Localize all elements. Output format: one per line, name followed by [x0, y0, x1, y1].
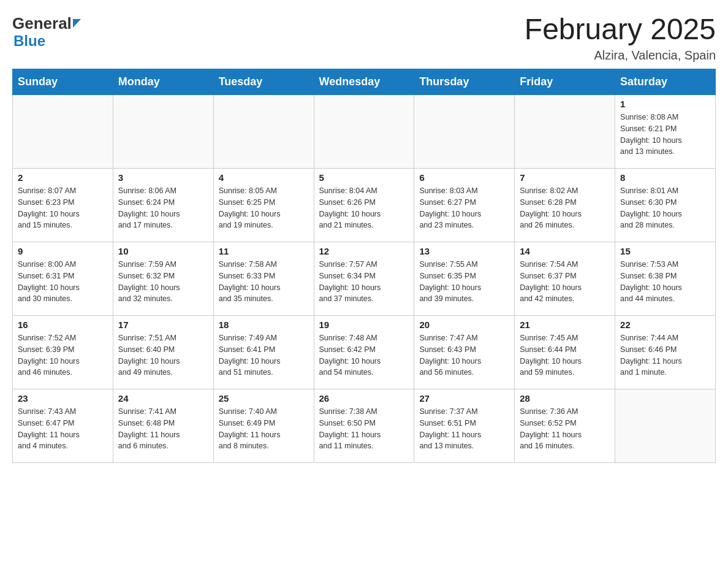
day-number: 22	[620, 320, 710, 330]
day-number: 13	[419, 246, 509, 256]
day-number: 2	[18, 172, 108, 183]
logo-triangle-icon	[73, 19, 81, 28]
column-header-monday: Monday	[113, 69, 213, 95]
day-number: 17	[118, 320, 208, 330]
calendar-cell: 15Sunrise: 7:53 AM Sunset: 6:38 PM Dayli…	[615, 242, 716, 316]
day-info: Sunrise: 7:51 AM Sunset: 6:40 PM Dayligh…	[118, 332, 208, 378]
day-info: Sunrise: 7:37 AM Sunset: 6:51 PM Dayligh…	[419, 406, 509, 452]
calendar-cell: 10Sunrise: 7:59 AM Sunset: 6:32 PM Dayli…	[113, 242, 213, 316]
day-number: 8	[620, 172, 710, 183]
logo-blue-text: Blue	[13, 33, 81, 50]
location-label: Alzira, Valencia, Spain	[525, 48, 716, 63]
day-info: Sunrise: 8:08 AM Sunset: 6:21 PM Dayligh…	[620, 112, 710, 158]
day-number: 16	[18, 320, 108, 330]
day-info: Sunrise: 7:52 AM Sunset: 6:39 PM Dayligh…	[18, 332, 108, 378]
day-info: Sunrise: 7:43 AM Sunset: 6:47 PM Dayligh…	[18, 406, 108, 452]
day-number: 11	[219, 246, 309, 256]
calendar-cell	[414, 95, 515, 169]
day-info: Sunrise: 7:44 AM Sunset: 6:46 PM Dayligh…	[620, 332, 710, 378]
calendar-cell: 28Sunrise: 7:36 AM Sunset: 6:52 PM Dayli…	[515, 389, 615, 463]
calendar-cell: 13Sunrise: 7:55 AM Sunset: 6:35 PM Dayli…	[414, 242, 515, 316]
calendar-cell: 21Sunrise: 7:45 AM Sunset: 6:44 PM Dayli…	[515, 316, 615, 389]
calendar-cell: 24Sunrise: 7:41 AM Sunset: 6:48 PM Dayli…	[113, 389, 213, 463]
calendar-cell: 14Sunrise: 7:54 AM Sunset: 6:37 PM Dayli…	[515, 242, 615, 316]
day-info: Sunrise: 7:48 AM Sunset: 6:42 PM Dayligh…	[319, 332, 409, 378]
day-number: 19	[319, 320, 409, 330]
day-number: 7	[520, 172, 610, 183]
calendar-cell: 19Sunrise: 7:48 AM Sunset: 6:42 PM Dayli…	[314, 316, 414, 389]
day-info: Sunrise: 8:01 AM Sunset: 6:30 PM Dayligh…	[620, 185, 710, 231]
day-number: 10	[118, 246, 208, 256]
calendar-cell: 20Sunrise: 7:47 AM Sunset: 6:43 PM Dayli…	[414, 316, 515, 389]
day-number: 24	[118, 393, 208, 404]
day-info: Sunrise: 8:06 AM Sunset: 6:24 PM Dayligh…	[118, 185, 208, 231]
logo-general-text: General	[12, 15, 72, 33]
calendar-cell	[213, 95, 314, 169]
calendar-cell	[314, 95, 414, 169]
day-info: Sunrise: 8:07 AM Sunset: 6:23 PM Dayligh…	[18, 185, 108, 231]
week-row-2: 2Sunrise: 8:07 AM Sunset: 6:23 PM Daylig…	[13, 169, 716, 242]
calendar-cell	[13, 95, 113, 169]
month-title: February 2025	[525, 12, 716, 46]
day-number: 14	[520, 246, 610, 256]
calendar-cell: 27Sunrise: 7:37 AM Sunset: 6:51 PM Dayli…	[414, 389, 515, 463]
day-number: 9	[18, 246, 108, 256]
day-info: Sunrise: 7:36 AM Sunset: 6:52 PM Dayligh…	[520, 406, 610, 452]
week-row-3: 9Sunrise: 8:00 AM Sunset: 6:31 PM Daylig…	[13, 242, 716, 316]
day-number: 28	[520, 393, 610, 404]
day-number: 18	[219, 320, 309, 330]
calendar-cell	[515, 95, 615, 169]
day-number: 20	[419, 320, 509, 330]
day-info: Sunrise: 7:58 AM Sunset: 6:33 PM Dayligh…	[219, 259, 309, 305]
day-info: Sunrise: 7:38 AM Sunset: 6:50 PM Dayligh…	[319, 406, 409, 452]
day-number: 27	[419, 393, 509, 404]
calendar-cell: 25Sunrise: 7:40 AM Sunset: 6:49 PM Dayli…	[213, 389, 314, 463]
calendar-cell: 9Sunrise: 8:00 AM Sunset: 6:31 PM Daylig…	[13, 242, 113, 316]
day-number: 5	[319, 172, 409, 183]
day-number: 4	[219, 172, 309, 183]
column-header-wednesday: Wednesday	[314, 69, 414, 95]
calendar-cell: 2Sunrise: 8:07 AM Sunset: 6:23 PM Daylig…	[13, 169, 113, 242]
day-info: Sunrise: 7:59 AM Sunset: 6:32 PM Dayligh…	[118, 259, 208, 305]
calendar-cell: 26Sunrise: 7:38 AM Sunset: 6:50 PM Dayli…	[314, 389, 414, 463]
week-row-5: 23Sunrise: 7:43 AM Sunset: 6:47 PM Dayli…	[13, 389, 716, 463]
page-header: General Blue February 2025 Alzira, Valen…	[12, 12, 716, 63]
day-number: 12	[319, 246, 409, 256]
calendar-cell: 11Sunrise: 7:58 AM Sunset: 6:33 PM Dayli…	[213, 242, 314, 316]
column-header-friday: Friday	[515, 69, 615, 95]
calendar-cell: 7Sunrise: 8:02 AM Sunset: 6:28 PM Daylig…	[515, 169, 615, 242]
calendar-cell: 18Sunrise: 7:49 AM Sunset: 6:41 PM Dayli…	[213, 316, 314, 389]
day-info: Sunrise: 8:02 AM Sunset: 6:28 PM Dayligh…	[520, 185, 610, 231]
day-info: Sunrise: 7:55 AM Sunset: 6:35 PM Dayligh…	[419, 259, 509, 305]
day-info: Sunrise: 7:53 AM Sunset: 6:38 PM Dayligh…	[620, 259, 710, 305]
day-info: Sunrise: 7:47 AM Sunset: 6:43 PM Dayligh…	[419, 332, 509, 378]
day-info: Sunrise: 7:54 AM Sunset: 6:37 PM Dayligh…	[520, 259, 610, 305]
day-info: Sunrise: 7:57 AM Sunset: 6:34 PM Dayligh…	[319, 259, 409, 305]
column-header-saturday: Saturday	[615, 69, 716, 95]
title-area: February 2025 Alzira, Valencia, Spain	[525, 12, 716, 63]
day-info: Sunrise: 7:49 AM Sunset: 6:41 PM Dayligh…	[219, 332, 309, 378]
day-number: 3	[118, 172, 208, 183]
calendar-cell: 22Sunrise: 7:44 AM Sunset: 6:46 PM Dayli…	[615, 316, 716, 389]
calendar-cell: 17Sunrise: 7:51 AM Sunset: 6:40 PM Dayli…	[113, 316, 213, 389]
day-number: 21	[520, 320, 610, 330]
day-number: 15	[620, 246, 710, 256]
day-info: Sunrise: 7:45 AM Sunset: 6:44 PM Dayligh…	[520, 332, 610, 378]
day-number: 26	[319, 393, 409, 404]
calendar-cell: 8Sunrise: 8:01 AM Sunset: 6:30 PM Daylig…	[615, 169, 716, 242]
calendar-cell: 1Sunrise: 8:08 AM Sunset: 6:21 PM Daylig…	[615, 95, 716, 169]
calendar-cell	[113, 95, 213, 169]
calendar-cell: 4Sunrise: 8:05 AM Sunset: 6:25 PM Daylig…	[213, 169, 314, 242]
day-info: Sunrise: 7:41 AM Sunset: 6:48 PM Dayligh…	[118, 406, 208, 452]
week-row-1: 1Sunrise: 8:08 AM Sunset: 6:21 PM Daylig…	[13, 95, 716, 169]
calendar-cell: 16Sunrise: 7:52 AM Sunset: 6:39 PM Dayli…	[13, 316, 113, 389]
column-header-tuesday: Tuesday	[213, 69, 314, 95]
column-header-thursday: Thursday	[414, 69, 515, 95]
day-number: 23	[18, 393, 108, 404]
calendar-header-row: SundayMondayTuesdayWednesdayThursdayFrid…	[13, 69, 716, 95]
day-info: Sunrise: 8:00 AM Sunset: 6:31 PM Dayligh…	[18, 259, 108, 305]
day-info: Sunrise: 7:40 AM Sunset: 6:49 PM Dayligh…	[219, 406, 309, 452]
calendar-cell	[615, 389, 716, 463]
calendar-cell: 5Sunrise: 8:04 AM Sunset: 6:26 PM Daylig…	[314, 169, 414, 242]
calendar-cell: 3Sunrise: 8:06 AM Sunset: 6:24 PM Daylig…	[113, 169, 213, 242]
